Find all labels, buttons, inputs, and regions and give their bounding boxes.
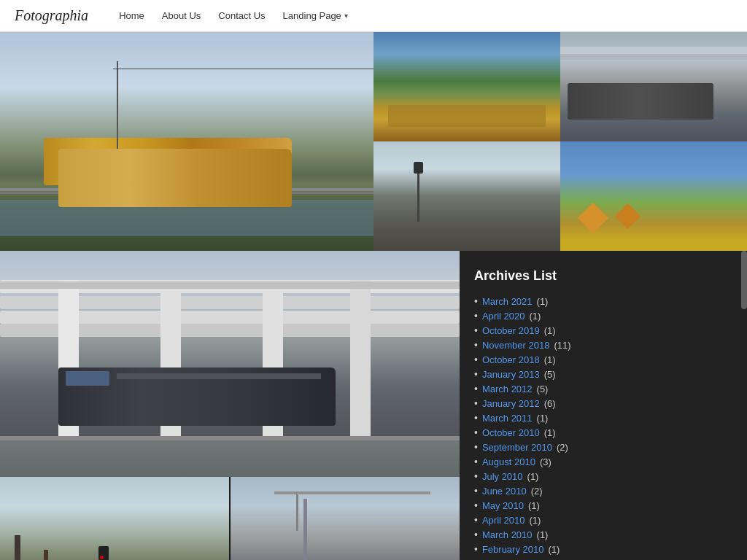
- hero-cell-diorama-2: [374, 141, 560, 251]
- archive-list-item: October 2010 (1): [474, 425, 732, 440]
- water-puddle: [0, 200, 374, 236]
- archive-link[interactable]: April 2010: [482, 515, 525, 526]
- archive-count: (5): [537, 384, 549, 394]
- archive-link[interactable]: October 2018: [482, 354, 540, 365]
- nav-home[interactable]: Home: [110, 10, 153, 21]
- photo-small-right: [229, 477, 460, 560]
- header: Fotographia Home About Us Contact Us Lan…: [0, 0, 747, 32]
- archive-list-item: November 2018 (11): [474, 338, 732, 352]
- archive-count: (2): [557, 442, 568, 453]
- archive-link[interactable]: March 2021: [482, 296, 533, 307]
- archive-link[interactable]: June 2010: [482, 486, 527, 497]
- archive-count: (6): [544, 398, 556, 409]
- archive-count: (1): [529, 311, 541, 322]
- hero-cell-bnsf-train: [560, 32, 747, 141]
- hero-grid: [0, 32, 747, 251]
- nav-landing[interactable]: Landing Page ▾: [274, 10, 357, 21]
- gravel: [0, 440, 460, 477]
- main-content: Archives List March 2021 (1)April 2020 (…: [0, 251, 747, 560]
- archive-link[interactable]: March 2010: [482, 529, 533, 540]
- archive-link[interactable]: September 2010: [482, 442, 552, 453]
- archive-count: (2): [531, 486, 543, 497]
- archive-list-item: September 2010 (2): [474, 440, 732, 454]
- site-logo[interactable]: Fotographia: [15, 7, 88, 24]
- main-nav: Home About Us Contact Us Landing Page ▾: [110, 10, 357, 21]
- archive-link[interactable]: January 2013: [482, 369, 540, 380]
- archive-link[interactable]: March 2012: [482, 384, 533, 394]
- archives-title: Archives List: [474, 268, 732, 284]
- hero-right-grid: [374, 32, 747, 251]
- archive-link[interactable]: April 2020: [482, 311, 525, 322]
- archive-link[interactable]: February 2010: [482, 544, 544, 555]
- archive-list-item: October 2018 (1): [474, 352, 732, 367]
- archives-sidebar: Archives List March 2021 (1)April 2020 (…: [460, 251, 747, 560]
- archive-list-item: March 2010 (1): [474, 527, 732, 542]
- archive-count: (11): [554, 340, 570, 351]
- archive-list-item: April 2010 (1): [474, 513, 732, 527]
- archive-link[interactable]: May 2010: [482, 500, 524, 511]
- archive-list-item: March 2011 (1): [474, 411, 732, 425]
- archive-count: (1): [544, 354, 556, 365]
- archive-list-item: July 2010 (1): [474, 469, 732, 483]
- archive-count: (1): [548, 544, 560, 555]
- union-pacific-scene: [0, 32, 374, 251]
- archive-list-item: June 2010 (2): [474, 483, 732, 498]
- photo-small-row: [0, 477, 460, 560]
- archive-list-item: January 2013 (5): [474, 367, 732, 381]
- archive-count: (1): [544, 325, 556, 336]
- power-line: [113, 69, 374, 69]
- archive-list-item: May 2010 (1): [474, 498, 732, 513]
- train-bnsf-body: [58, 368, 336, 426]
- train-cab: [131, 156, 204, 178]
- hero-cell-mural: [560, 141, 747, 251]
- photo-area: [0, 251, 460, 560]
- chevron-down-icon: ▾: [344, 12, 348, 20]
- hero-image-left: [0, 32, 374, 251]
- archive-link[interactable]: August 2010: [482, 456, 535, 467]
- archive-count: (1): [528, 500, 540, 511]
- archive-count: (1): [537, 529, 549, 540]
- archive-link[interactable]: November 2018: [482, 340, 550, 351]
- archive-link[interactable]: March 2011: [482, 413, 533, 424]
- archive-list-item: October 2019 (1): [474, 323, 732, 338]
- archive-count: (1): [527, 471, 539, 482]
- archive-list-item: February 2010 (1): [474, 542, 732, 556]
- archive-list-item: April 2020 (1): [474, 308, 732, 323]
- archive-count: (1): [544, 427, 556, 438]
- scrollbar[interactable]: [741, 251, 747, 309]
- archive-count: (3): [540, 456, 551, 467]
- archive-list-item: August 2010 (3): [474, 454, 732, 469]
- archive-count: (1): [537, 296, 549, 307]
- archive-link[interactable]: July 2010: [482, 471, 523, 482]
- hero-cell-diorama-1: [374, 32, 560, 141]
- archive-count: (5): [544, 369, 556, 380]
- archive-list-item: March 2012 (5): [474, 381, 732, 396]
- archive-link[interactable]: October 2010: [482, 427, 540, 438]
- archive-list-item: March 2021 (1): [474, 294, 732, 308]
- nav-about[interactable]: About Us: [153, 10, 209, 21]
- nav-contact[interactable]: Contact Us: [209, 10, 274, 21]
- archive-count: (1): [537, 413, 549, 424]
- archives-list: March 2021 (1)April 2020 (1)October 2019…: [474, 294, 732, 560]
- archive-list-item: January 2012 (6): [474, 396, 732, 411]
- archive-list-item: January 2010 (1): [474, 556, 732, 560]
- photo-bnsf-overpass: [0, 251, 460, 477]
- photo-small-left: [0, 477, 229, 560]
- train-union-pacific: [44, 138, 292, 185]
- power-pole: [117, 61, 118, 163]
- archive-count: (1): [529, 515, 541, 526]
- archive-link[interactable]: October 2019: [482, 325, 540, 336]
- archive-link[interactable]: January 2012: [482, 398, 540, 409]
- train-detail: [117, 373, 321, 379]
- train-bnsf-cab: [66, 371, 109, 386]
